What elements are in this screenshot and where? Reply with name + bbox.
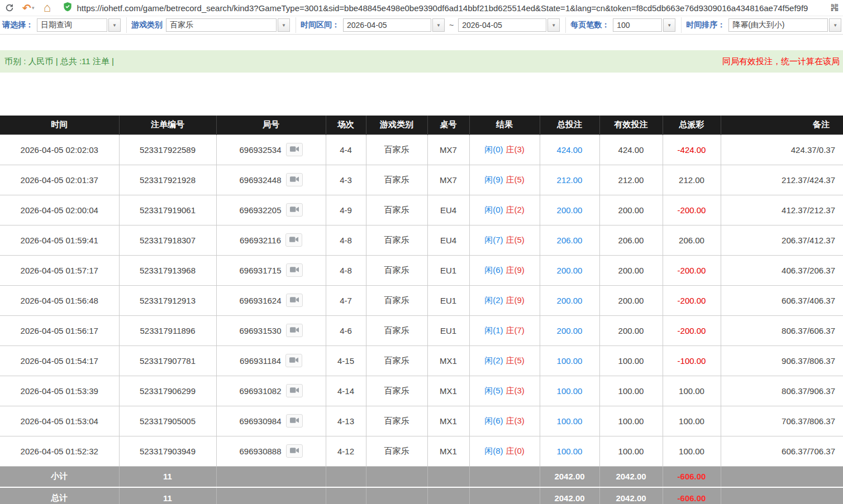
session: 4-8 <box>326 255 366 285</box>
bet-id: 523317907781 <box>119 345 216 376</box>
url-overflow-text: 嘂 <box>831 3 840 13</box>
query-type-dropdown-icon[interactable]: ▼ <box>108 18 121 32</box>
total-bet-link[interactable]: 200.00 <box>557 266 583 275</box>
note: 212.37/424.37 <box>721 165 843 195</box>
result-banker: 庄(2) <box>506 205 525 214</box>
sort-input[interactable] <box>728 18 828 32</box>
game-type-dropdown-icon[interactable]: ▼ <box>278 18 290 32</box>
video-replay-button[interactable] <box>286 263 303 277</box>
subtotal-valid-bet: 2042.00 <box>599 466 663 487</box>
total-bet-link[interactable]: 100.00 <box>557 447 583 456</box>
url-text[interactable]: https://iohetf.com/game/betrecord_search… <box>77 3 808 13</box>
total-bet-link[interactable]: 206.00 <box>557 236 583 245</box>
total-bet-link[interactable]: 200.00 <box>557 296 583 305</box>
total-bet-link[interactable]: 100.00 <box>557 416 583 426</box>
reload-icon[interactable] <box>3 2 16 14</box>
result-banker: 庄(5) <box>506 175 525 184</box>
video-replay-button[interactable] <box>286 143 303 156</box>
site-security-shield-icon[interactable] <box>63 2 72 14</box>
payout: -200.00 <box>663 255 721 285</box>
total-bet-link[interactable]: 100.00 <box>557 386 583 396</box>
query-type-label: 请选择： <box>2 20 34 30</box>
bet-id: 523317918307 <box>119 225 216 255</box>
video-replay-button[interactable] <box>286 324 303 337</box>
bet-id: 523317905005 <box>119 406 216 436</box>
query-type-input[interactable] <box>37 18 107 32</box>
payout: 100.00 <box>663 436 721 466</box>
total-bet-link[interactable]: 200.00 <box>557 326 583 335</box>
result-cell: 闲(9)庄(5) <box>469 165 540 195</box>
page-size-label: 每页笔数： <box>570 20 609 30</box>
date-from-input[interactable] <box>343 18 431 32</box>
undo-dropdown-caret[interactable]: ▾ <box>32 5 35 11</box>
video-icon <box>290 296 299 305</box>
header-session: 场次 <box>326 116 366 135</box>
date-to-input[interactable] <box>458 18 546 32</box>
bet-time: 2026-04-05 01:56:48 <box>0 285 119 315</box>
payout: -100.00 <box>663 345 721 376</box>
date-from-dropdown-icon[interactable]: ▼ <box>432 18 445 32</box>
bet-time: 2026-04-05 01:57:17 <box>0 255 119 285</box>
session: 4-12 <box>326 436 366 466</box>
payout: 100.00 <box>663 376 721 406</box>
bet-id: 523317903949 <box>119 436 216 466</box>
valid-bet: 200.00 <box>599 315 663 345</box>
bet-id: 523317922589 <box>119 135 216 165</box>
bet-id: 523317906299 <box>119 376 216 406</box>
total-valid-bet: 2042.00 <box>599 487 663 504</box>
table-row: 2026-04-05 01:54:17 523317907781 6969311… <box>0 345 843 376</box>
undo-icon[interactable]: ↶ ▾ <box>22 3 34 13</box>
game-type-combo: ▼ <box>166 18 290 32</box>
header-bet-id: 注单编号 <box>119 116 216 135</box>
video-icon <box>290 176 299 184</box>
video-icon <box>290 417 299 425</box>
url-bar[interactable]: https://iohetf.com/game/betrecord_search… <box>60 1 824 15</box>
total-row: 总计 11 2042.00 2042.00 -606.00 <box>0 487 843 504</box>
video-replay-button[interactable] <box>286 173 303 186</box>
result-cell: 闲(7)庄(5) <box>469 225 540 255</box>
note: 406.37/206.37 <box>721 255 843 285</box>
header-note: 备注 <box>721 116 843 135</box>
bet-time: 2026-04-05 01:56:17 <box>0 315 119 345</box>
spacer <box>0 73 843 116</box>
total-bet-link[interactable]: 100.00 <box>557 356 583 366</box>
video-replay-button[interactable] <box>286 414 303 428</box>
result-player: 闲(7) <box>484 235 503 244</box>
video-replay-button[interactable] <box>285 354 302 367</box>
video-replay-button[interactable] <box>286 294 303 307</box>
video-replay-button[interactable] <box>286 384 303 397</box>
result-banker: 庄(3) <box>506 416 525 425</box>
page-size-dropdown-icon[interactable]: ▼ <box>663 18 675 32</box>
result-player: 闲(9) <box>484 175 503 184</box>
date-range-separator: ~ <box>448 21 455 30</box>
table-row: 2026-04-05 01:59:41 523317918307 6969321… <box>0 225 843 255</box>
total-bet-cell: 200.00 <box>540 315 599 345</box>
game-type: 百家乐 <box>366 255 427 285</box>
session: 4-6 <box>326 315 366 345</box>
game-type-input[interactable] <box>166 18 277 32</box>
result-player: 闲(2) <box>484 295 503 305</box>
video-replay-button[interactable] <box>286 444 303 458</box>
game-type: 百家乐 <box>366 195 427 225</box>
total-payout: -606.00 <box>663 487 721 504</box>
result-player: 闲(1) <box>484 325 503 335</box>
note: 906.37/806.37 <box>721 345 843 376</box>
subtotal-label: 小计 <box>0 466 119 487</box>
result-banker: 庄(7) <box>506 325 525 335</box>
video-replay-button[interactable] <box>285 233 302 247</box>
page-size-input[interactable] <box>613 18 662 32</box>
total-bet-link[interactable]: 212.00 <box>557 175 583 185</box>
date-to-combo: ▼ <box>458 18 560 32</box>
total-bet-link[interactable]: 200.00 <box>557 205 583 215</box>
total-bet-link[interactable]: 424.00 <box>557 145 583 155</box>
game-type: 百家乐 <box>366 135 427 165</box>
game-type: 百家乐 <box>366 165 427 195</box>
table-row: 2026-04-05 01:53:04 523317905005 6969309… <box>0 406 843 436</box>
video-replay-button[interactable] <box>286 203 303 217</box>
valid-bet: 100.00 <box>599 436 663 466</box>
round-cell: 696932205 <box>216 195 326 225</box>
bet-time: 2026-04-05 02:01:37 <box>0 165 119 195</box>
sort-dropdown-icon[interactable]: ▼ <box>829 18 841 32</box>
date-to-dropdown-icon[interactable]: ▼ <box>547 18 560 32</box>
home-icon[interactable]: ⌂ <box>41 2 53 14</box>
